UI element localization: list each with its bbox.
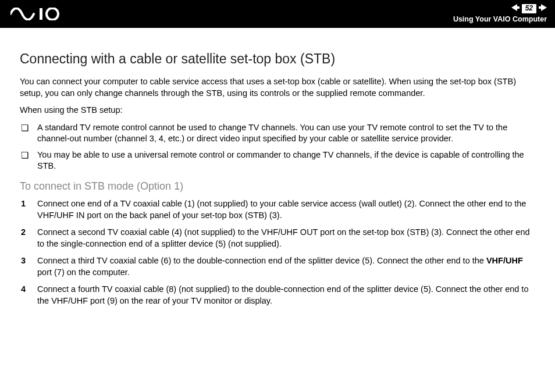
step-text: Connect a third TV coaxial cable (6) to … [37,255,535,278]
next-page-arrow-icon[interactable] [539,4,547,14]
subheading: To connect in STB mode (Option 1) [20,180,535,193]
step-text-pre: Connect a third TV coaxial cable (6) to … [37,256,486,265]
list-item: ❏ A standard TV remote control cannot be… [20,122,535,145]
svg-marker-3 [539,4,547,11]
step-text: Connect a second TV coaxial cable (4) (n… [37,227,535,250]
vaio-logo [10,8,74,20]
step-item: 4 Connect a fourth TV coaxial cable (8) … [20,284,535,307]
bullet-icon: ❏ [20,122,37,145]
svg-marker-2 [511,4,520,11]
bullet-list: ❏ A standard TV remote control cannot be… [20,122,535,172]
bullet-text: You may be able to use a universal remot… [37,149,535,172]
page-number: 52 [522,4,536,13]
header-right: 52 Using Your VAIO Computer [453,4,547,24]
step-number: 4 [20,284,37,307]
intro-paragraph-1: You can connect your computer to cable s… [20,76,535,99]
section-label: Using Your VAIO Computer [453,15,547,24]
page-title: Connecting with a cable or satellite set… [20,51,535,67]
bullet-text: A standard TV remote control cannot be u… [37,122,535,145]
steps-list: 1 Connect one end of a TV coaxial cable … [20,198,535,307]
page-header: 52 Using Your VAIO Computer [0,0,555,28]
step-number: 1 [20,198,37,221]
page-nav: 52 [453,4,547,14]
step-item: 2 Connect a second TV coaxial cable (4) … [20,227,535,250]
intro-paragraph-2: When using the STB setup: [20,105,535,116]
step-text: Connect one end of a TV coaxial cable (1… [37,198,535,221]
step-number: 2 [20,227,37,250]
prev-page-arrow-icon[interactable] [511,4,520,14]
list-item: ❏ You may be able to use a universal rem… [20,149,535,172]
step-text: Connect a fourth TV coaxial cable (8) (n… [37,284,535,307]
bullet-icon: ❏ [20,149,37,172]
svg-rect-0 [40,8,42,20]
step-number: 3 [20,255,37,278]
step-item: 1 Connect one end of a TV coaxial cable … [20,198,535,221]
step-item: 3 Connect a third TV coaxial cable (6) t… [20,255,535,278]
svg-point-1 [47,8,58,20]
bold-term: VHF/UHF [486,256,523,265]
step-text-post: port (7) on the computer. [37,268,130,277]
page-content: Connecting with a cable or satellite set… [0,28,555,307]
